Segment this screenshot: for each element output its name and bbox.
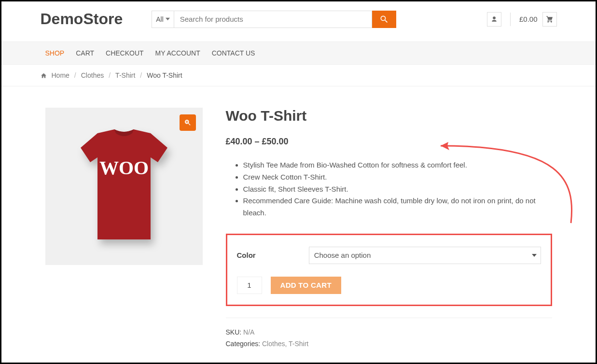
sku-value: N/A xyxy=(243,328,254,336)
desc-bullet: Crew Neck Cotton T-Shirt. xyxy=(243,171,552,183)
main-nav: SHOP CART CHECKOUT MY ACCOUNT CONTACT US xyxy=(1,42,596,65)
cart-total: £0.00 xyxy=(519,15,538,23)
search-category-label: All xyxy=(156,15,164,23)
categories-label: Categories: xyxy=(226,340,262,348)
zoom-button[interactable] xyxy=(180,114,196,131)
breadcrumb: Home / Clothes / T-Shirt / Woo T-Shirt xyxy=(41,65,557,86)
chevron-down-icon xyxy=(166,17,170,21)
breadcrumb-home[interactable]: Home xyxy=(52,71,69,79)
color-select[interactable]: Choose an option xyxy=(309,247,541,264)
variation-label-color: Color xyxy=(237,251,256,259)
quantity-input[interactable] xyxy=(237,277,262,294)
nav-contact[interactable]: CONTACT US xyxy=(206,42,261,64)
tshirt-graphic: WOO xyxy=(78,128,170,244)
breadcrumb-sep: / xyxy=(140,71,142,79)
desc-bullet: Recommended Care Guide: Machine wash col… xyxy=(243,195,552,219)
categories-value[interactable]: Clothes, T-Shirt xyxy=(262,340,308,348)
search-input[interactable] xyxy=(174,11,372,28)
product-description: Stylish Tee Made from Bio-Washed Cotton … xyxy=(226,159,552,219)
product-title: Woo T-Shirt xyxy=(226,108,552,124)
breadcrumb-tshirt[interactable]: T-Shirt xyxy=(115,71,135,79)
variation-row: Color Choose an option xyxy=(237,247,541,264)
search-bar: All xyxy=(152,11,396,28)
product-price: £40.00 – £50.00 xyxy=(226,137,552,147)
product-gallery: WOO xyxy=(45,108,203,350)
search-icon xyxy=(379,14,389,24)
desc-bullet: Stylish Tee Made from Bio-Washed Cotton … xyxy=(243,159,552,171)
cart-icon xyxy=(546,15,554,23)
add-to-cart-button[interactable]: ADD TO CART xyxy=(271,277,341,294)
account-button[interactable] xyxy=(487,12,501,27)
breadcrumb-clothes[interactable]: Clothes xyxy=(81,71,104,79)
store-logo[interactable]: DemoStore xyxy=(41,10,123,28)
meta-separator xyxy=(226,318,552,318)
nav-checkout[interactable]: CHECKOUT xyxy=(100,42,150,64)
add-to-cart-row: ADD TO CART xyxy=(237,277,541,294)
search-category-dropdown[interactable]: All xyxy=(152,11,174,28)
zoom-icon xyxy=(184,119,192,126)
breadcrumb-current: Woo T-Shirt xyxy=(147,71,182,79)
breadcrumb-sep: / xyxy=(74,71,76,79)
breadcrumb-sep: / xyxy=(109,71,111,79)
nav-shop[interactable]: SHOP xyxy=(45,42,70,64)
nav-cart[interactable]: CART xyxy=(70,42,100,64)
cart-icon-box xyxy=(542,12,557,27)
search-button[interactable] xyxy=(372,11,396,28)
user-icon xyxy=(491,16,498,23)
sku-label: SKU: xyxy=(226,328,244,336)
variation-form-highlight: Color Choose an option ADD TO CART xyxy=(226,234,552,306)
divider xyxy=(510,13,511,26)
product-meta: SKU: N/A Categories: Clothes, T-Shirt xyxy=(226,327,552,350)
product-image[interactable]: WOO xyxy=(45,108,203,265)
nav-account[interactable]: MY ACCOUNT xyxy=(150,42,206,64)
header-cart[interactable]: £0.00 xyxy=(519,12,557,27)
home-icon xyxy=(41,72,47,79)
product-summary: Woo T-Shirt £40.00 – £50.00 Stylish Tee … xyxy=(226,108,552,350)
desc-bullet: Classic fit, Short Sleeves T-Shirt. xyxy=(243,183,552,196)
svg-text:WOO: WOO xyxy=(99,157,148,179)
